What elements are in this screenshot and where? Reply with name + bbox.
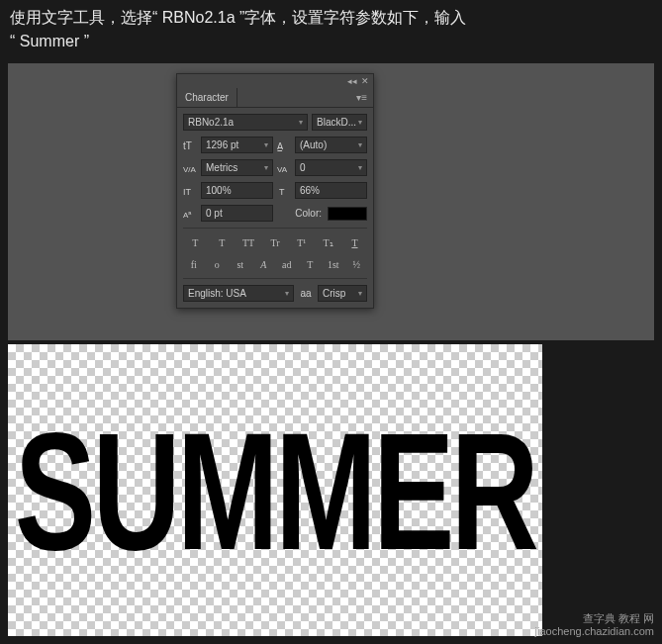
tab-character[interactable]: Character [177, 88, 237, 107]
stylistic-alt-button[interactable]: ad [278, 256, 296, 272]
ordinals-button[interactable]: 1st [325, 256, 342, 272]
svg-text:T: T [279, 187, 285, 197]
leading-input[interactable]: (Auto)▾ [295, 137, 367, 153]
leading-icon: A̲ [277, 138, 293, 152]
type-style-row-2: fi o st A ad T 1st ½ [183, 256, 367, 272]
panel-body: RBNo2.1a ▾ BlackD... ▾ tT 1296 pt▾ A̲ [177, 108, 373, 308]
subscript-button[interactable]: T₁ [320, 234, 337, 250]
vscale-icon: IT [183, 184, 199, 198]
type-style-row-1: T T TT Tr T¹ T₁ T [183, 228, 367, 250]
language-dropdown[interactable]: English: USA▾ [183, 285, 294, 302]
panel-menu-icon[interactable]: ▾≡ [237, 88, 373, 107]
text-color-swatch[interactable] [328, 207, 367, 221]
panel-header: ◂◂ ✕ [177, 74, 373, 88]
faux-italic-button[interactable]: T [213, 234, 231, 250]
hscale-icon: T [277, 184, 293, 198]
instruction-text: 使用文字工具，选择“ RBNo2.1a ”字体，设置字符参数如下，输入 “ Su… [0, 0, 662, 59]
font-size-icon: tT [183, 138, 199, 152]
font-style-dropdown[interactable]: BlackD... ▾ [312, 114, 367, 131]
underline-button[interactable]: T [345, 234, 363, 250]
collapse-icon[interactable]: ◂◂ [347, 76, 357, 86]
chevron-down-icon: ▾ [358, 140, 362, 149]
antialias-dropdown[interactable]: Crisp▾ [318, 285, 367, 302]
faux-bold-button[interactable]: T [186, 234, 204, 250]
chevron-down-icon: ▾ [358, 118, 362, 127]
close-icon[interactable]: ✕ [361, 76, 369, 86]
smallcaps-button[interactable]: Tr [266, 234, 284, 250]
tracking-icon: VA [277, 161, 293, 175]
kerning-icon: V/A [183, 161, 199, 175]
workspace-bg: ◂◂ ✕ Character ▾≡ RBNo2.1a ▾ BlackD... ▾… [8, 63, 654, 340]
panel-tabs: Character ▾≡ [177, 88, 373, 108]
svg-text:IT: IT [183, 187, 192, 197]
svg-text:A̲: A̲ [277, 141, 284, 151]
font-style-value: BlackD... [317, 117, 356, 128]
kerning-input[interactable]: Metrics▾ [201, 159, 273, 176]
ligature-button[interactable]: fi [185, 256, 203, 272]
svg-text:V/A: V/A [183, 165, 197, 174]
tracking-input[interactable]: 0▾ [295, 159, 367, 176]
baseline-icon: Aª [183, 207, 199, 221]
svg-text:Aª: Aª [183, 211, 191, 220]
svg-text:tT: tT [183, 140, 192, 151]
chevron-down-icon: ▾ [358, 163, 362, 172]
swash-button[interactable]: A [254, 256, 272, 272]
allcaps-button[interactable]: TT [239, 234, 257, 250]
baseline-input[interactable]: 0 pt [201, 205, 273, 222]
character-panel: ◂◂ ✕ Character ▾≡ RBNo2.1a ▾ BlackD... ▾… [176, 73, 374, 309]
font-family-dropdown[interactable]: RBNo2.1a ▾ [183, 114, 308, 131]
chevron-down-icon: ▾ [264, 163, 268, 172]
font-size-input[interactable]: 1296 pt▾ [201, 137, 273, 153]
superscript-button[interactable]: T¹ [293, 234, 311, 250]
watermark: 查字典 教程 网 jiaocheng.chazidian.com [535, 612, 654, 638]
font-family-value: RBNo2.1a [188, 117, 234, 128]
color-label: Color: [295, 208, 322, 219]
antialias-icon: aa [298, 287, 314, 301]
svg-text:VA: VA [277, 165, 288, 174]
contextual-alt-button[interactable]: o [208, 256, 226, 272]
fractions-button[interactable]: ½ [347, 256, 365, 272]
titling-alt-button[interactable]: T [301, 256, 319, 272]
chevron-down-icon: ▾ [264, 140, 268, 149]
discretionary-lig-button[interactable]: st [232, 256, 249, 272]
hscale-input[interactable]: 66% [295, 182, 367, 199]
chevron-down-icon: ▾ [299, 118, 303, 127]
canvas-area[interactable]: SUMMER [8, 344, 542, 636]
vscale-input[interactable]: 100% [201, 182, 273, 199]
chevron-down-icon: ▾ [358, 289, 362, 298]
chevron-down-icon: ▾ [285, 289, 289, 298]
canvas-text-summer[interactable]: SUMMER [15, 394, 535, 587]
language-row: English: USA▾ aa Crisp▾ [183, 278, 367, 302]
